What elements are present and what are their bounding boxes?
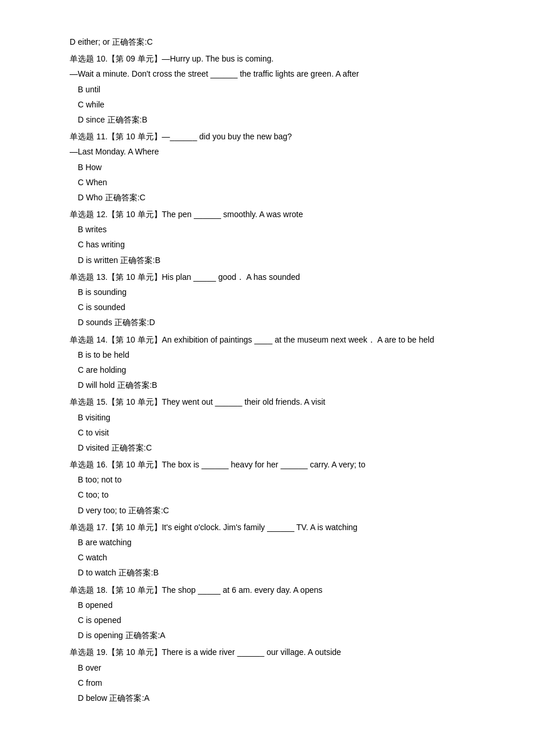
question-5-option-0: B is to be held (70, 348, 464, 362)
question-5-prefix: 单选题 14.【第 10 单元】An exhibition of paintin… (70, 333, 464, 347)
question-4-prefix: 单选题 13.【第 10 单元】His plan _____ good． A h… (70, 270, 464, 285)
question-4: 单选题 13.【第 10 单元】His plan _____ good． A h… (70, 270, 464, 330)
question-8-prefix: 单选题 17.【第 10 单元】It's eight o'clock. Jim'… (70, 520, 464, 535)
question-5: 单选题 14.【第 10 单元】An exhibition of paintin… (70, 333, 464, 393)
question-10-option-0: B over (70, 661, 464, 675)
question-3-prefix: 单选题 12.【第 10 单元】The pen ______ smoothly.… (70, 207, 464, 222)
question-6-option-1: C to visit (70, 426, 464, 440)
question-8-option-2: D to watch 正确答案:B (70, 566, 464, 580)
question-7-option-0: B too; not to (70, 473, 464, 487)
question-9: 单选题 18.【第 10 单元】The shop _____ at 6 am. … (70, 583, 464, 643)
question-2-continuation: —Last Monday. A Where (70, 145, 464, 159)
question-3-option-2: D is written 正确答案:B (70, 253, 464, 268)
question-9-option-2: D is opening 正确答案:A (70, 628, 464, 643)
question-10: 单选题 19.【第 10 单元】There is a wide river __… (70, 645, 464, 705)
question-1-continuation: —Wait a minute. Don't cross the street _… (70, 67, 464, 81)
question-6: 单选题 15.【第 10 单元】They went out ______ the… (70, 395, 464, 455)
question-0-prefix: D either; or 正确答案:C (70, 35, 464, 49)
question-0: D either; or 正确答案:C (70, 35, 464, 49)
question-1: 单选题 10.【第 09 单元】—Hurry up. The bus is co… (70, 52, 464, 127)
question-2: 单选题 11.【第 10 单元】—______ did you buy the … (70, 129, 464, 205)
question-3-option-1: C has writing (70, 237, 464, 252)
question-9-option-0: B opened (70, 598, 464, 613)
question-8-option-0: B are watching (70, 535, 464, 550)
question-9-option-1: C is opened (70, 613, 464, 628)
question-6-option-0: B visiting (70, 411, 464, 425)
question-2-option-2: D Who 正确答案:C (70, 190, 464, 205)
question-2-option-0: B How (70, 160, 464, 175)
question-4-option-2: D sounds 正确答案:D (70, 315, 464, 330)
question-10-prefix: 单选题 19.【第 10 单元】There is a wide river __… (70, 645, 464, 660)
question-7-option-1: C too; to (70, 488, 464, 502)
question-5-option-2: D will hold 正确答案:B (70, 378, 464, 393)
question-4-option-0: B is sounding (70, 285, 464, 300)
question-4-option-1: C is sounded (70, 300, 464, 315)
question-2-option-1: C When (70, 175, 464, 190)
question-1-prefix: 单选题 10.【第 09 单元】—Hurry up. The bus is co… (70, 52, 464, 66)
question-8-option-1: C watch (70, 550, 464, 565)
question-9-prefix: 单选题 18.【第 10 单元】The shop _____ at 6 am. … (70, 583, 464, 597)
question-5-option-1: C are holding (70, 363, 464, 377)
question-8: 单选题 17.【第 10 单元】It's eight o'clock. Jim'… (70, 520, 464, 581)
question-3: 单选题 12.【第 10 单元】The pen ______ smoothly.… (70, 207, 464, 268)
question-3-option-0: B writes (70, 222, 464, 237)
question-10-option-1: C from (70, 676, 464, 690)
question-7-option-2: D very too; to 正确答案:C (70, 503, 464, 518)
question-6-prefix: 单选题 15.【第 10 单元】They went out ______ the… (70, 395, 464, 409)
question-1-option-2: D since 正确答案:B (70, 113, 464, 127)
question-7-prefix: 单选题 16.【第 10 单元】The box is ______ heavy … (70, 458, 464, 472)
question-7: 单选题 16.【第 10 单元】The box is ______ heavy … (70, 458, 464, 518)
question-10-option-2: D below 正确答案:A (70, 691, 464, 705)
question-6-option-2: D visited 正确答案:C (70, 441, 464, 455)
question-1-option-0: B until (70, 82, 464, 97)
content-area: D either; or 正确答案:C 单选题 10.【第 09 单元】—Hur… (70, 35, 464, 705)
question-1-option-1: C while (70, 98, 464, 112)
question-2-prefix: 单选题 11.【第 10 单元】—______ did you buy the … (70, 129, 464, 144)
